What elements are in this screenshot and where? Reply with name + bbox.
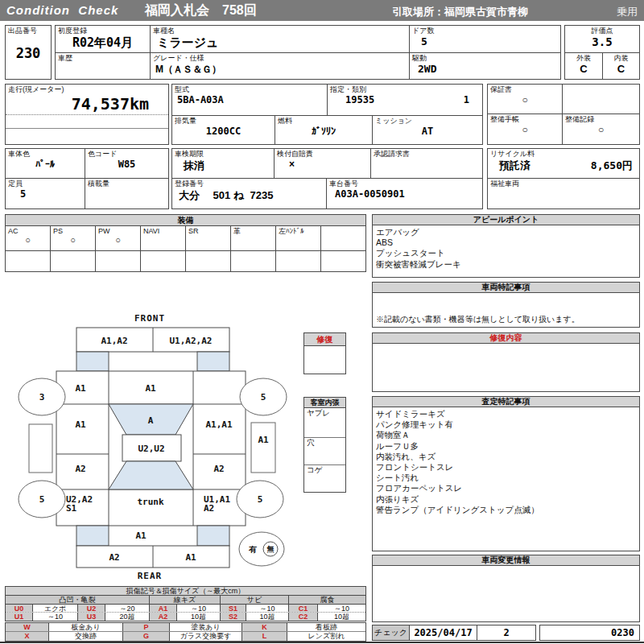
legend-code: U3 <box>78 613 105 621</box>
mileage-value: 74,537km <box>6 94 168 114</box>
right-sill-code: A1 <box>258 435 269 445</box>
first-reg-value: R02年04月 <box>56 35 150 51</box>
maintenance-record-label: 整備記録 <box>563 114 639 124</box>
check-date: 2025/04/17 <box>410 625 477 640</box>
mark-code-p: P <box>123 623 170 631</box>
left-sill <box>29 424 52 473</box>
assessment-title: 査定特記事項 <box>373 397 639 407</box>
cabin-row-burn: コゲ <box>304 465 345 475</box>
legend-code: U0 <box>6 605 33 612</box>
drive-cell: 駆動 2WD <box>410 52 560 79</box>
pickup-location: 引取場所：福岡県古賀市青柳 <box>392 5 528 19</box>
cabin-row-hole: 穴 <box>304 438 345 448</box>
legend-size: ～20 <box>105 605 150 612</box>
check-label-cell: チェック <box>373 625 410 640</box>
fuel-value: ｶﾞｿﾘﾝ <box>275 126 372 137</box>
front-corner-right <box>197 352 229 371</box>
class-value-2: 1 <box>464 94 469 105</box>
mileage-label: 走行(現メーター) <box>6 85 168 94</box>
repair-detail-title: 修復内容 <box>373 333 639 344</box>
first-registration-box: 初度登録 R02年04月 車歴 <box>55 25 151 80</box>
appeal-line: ABS <box>376 237 636 248</box>
color-code-label: 色コード <box>85 149 168 159</box>
vehicle-notes-title: 車両特記事項 <box>373 283 639 293</box>
mark-code-k: K <box>242 623 287 631</box>
cabin-lining-title: 客室内張 <box>304 398 345 408</box>
roof-code: U2,U2 <box>138 444 164 454</box>
drive-label: 駆動 <box>410 53 560 63</box>
grade-cell: グレード・仕様 M（ＡＳ＆Ｇ） <box>151 52 409 79</box>
legend-size: 20超 <box>105 613 150 621</box>
history-label: 車歴 <box>56 53 150 63</box>
mileage-box: 走行(現メーター) 74,537km <box>5 84 169 145</box>
right-front-door-code: A1,A1 <box>205 419 232 430</box>
mileage-divider-dotted <box>6 114 168 115</box>
exterior-label: 外装 <box>565 53 602 63</box>
score-box: 評価点 3.5 外装 C 内装 C <box>564 25 640 80</box>
model-value: ミラージュ <box>151 35 409 51</box>
left-fender-code: A1 <box>75 383 86 394</box>
model-code-label: 型式 <box>172 85 327 94</box>
legend-code: S1 <box>221 605 246 612</box>
appeal-line: エアバッグ <box>376 227 636 237</box>
right-quarter-code-2: A2 <box>204 503 214 514</box>
assessment-line: ルーフＵ多 <box>376 441 636 452</box>
warranty-value: ○ <box>488 94 562 105</box>
spare-has-label: 有 <box>248 545 257 554</box>
bottom-rule <box>0 642 644 643</box>
vehicle-notes-panel: 車両特記事項 ※記載のない書類・機器等は無しとして取り扱います。 <box>372 282 640 328</box>
assessment-line: シート汚れ <box>376 473 636 483</box>
condition-check-logo: Condition Check <box>6 3 118 17</box>
change-info-title: 車両変更情報 <box>373 555 639 566</box>
model-label: 車種名 <box>151 26 409 35</box>
title-bar: Condition Check 福岡入札会 758回 引取場所：福岡県古賀市青柳… <box>0 0 644 21</box>
approval-label: 承認請求書 <box>371 149 482 159</box>
doors-label: ドア数 <box>410 26 560 35</box>
assessment-line: サイドミラーキズ <box>376 409 636 419</box>
assessment-line: フロアカーペットスレ <box>376 483 636 493</box>
check-box: チェック 2025/04/17 2 <box>372 625 536 641</box>
front-bumper-right-code: U1,A2,A2 <box>170 336 213 346</box>
ext-int-cells: 外装 C 内装 C <box>565 52 639 79</box>
exterior-value: C <box>565 63 602 75</box>
plate-label: 登録番号 <box>172 179 326 188</box>
mark-desc-l: レンズ割れ <box>287 632 365 641</box>
maintenance-book-label: 整備手帳 <box>488 114 562 124</box>
equip-label-sr: SR <box>186 226 230 236</box>
mark-code-g: G <box>123 632 170 641</box>
change-info-panel: 車両変更情報 <box>372 555 640 622</box>
legend-code: S2 <box>221 613 246 621</box>
tire-fl-depth: 3 <box>39 392 45 402</box>
right-sill <box>251 423 275 473</box>
assessment-line: フロントシートスレ <box>376 462 636 473</box>
appeal-points-title: アピールポイント <box>373 215 639 225</box>
assessment-panel: 査定特記事項 サイドミラーキズ パンク修理キット有 荷物室Ａ ルーフＵ多 内装汚… <box>372 396 640 551</box>
vin-value: A03A-0050901 <box>327 188 482 200</box>
capacity-value: 5 <box>6 188 85 200</box>
legend-group-dent: 凸凹・亀裂 <box>6 596 150 604</box>
inspection-plate-box: 車検期限 抹消 検付自賠責 × 承認請求書 登録番号 大分 501 ね 7235… <box>171 148 483 209</box>
recycle-fee: 8,650円 <box>591 159 633 173</box>
assessment-line: 荷物室Ａ <box>376 430 636 440</box>
grade-label: グレード・仕様 <box>151 53 409 63</box>
equip-label-leather: 革 <box>231 226 275 236</box>
equip-label-extra <box>321 226 365 250</box>
assessment-line: 警告ランプ（アイドリングストップ点滅） <box>376 505 636 515</box>
vin-label: 車台番号 <box>327 179 482 188</box>
left-front-door-code: A1 <box>75 419 86 430</box>
equip-label-lhd: 左ﾊﾝﾄﾞﾙ <box>276 226 320 236</box>
model-grade-box: 車種名 ミラージュ グレード・仕様 M（ＡＳ＆Ｇ） <box>150 25 410 80</box>
appeal-line: プッシュスタート <box>376 248 636 258</box>
tire-rr-depth: 5 <box>258 494 263 505</box>
legend-size: ～10 <box>318 605 365 612</box>
class-label: 指定・類別 <box>328 85 482 94</box>
repair-marks-table: W 板金あり P 塗装あり K 看板跡 X 交換跡 G ガラス交換要す L レン… <box>5 622 366 642</box>
rear-label: REAR <box>138 571 163 581</box>
assessment-line: 内装汚れ、キズ <box>376 452 636 462</box>
mark-desc-w: 板金あり <box>49 623 123 631</box>
documents-empty-cell <box>563 85 639 114</box>
equip-label-navi: NAVI <box>141 226 185 236</box>
repair-detail-panel: 修復内容 <box>372 332 640 392</box>
recycle-welfare-box: リサイクル料 預託済 8,650円 福祉車両 <box>487 148 640 209</box>
documents-box: 保証書 ○ 整備手帳 ○ 整備記録 ○ <box>487 84 640 145</box>
